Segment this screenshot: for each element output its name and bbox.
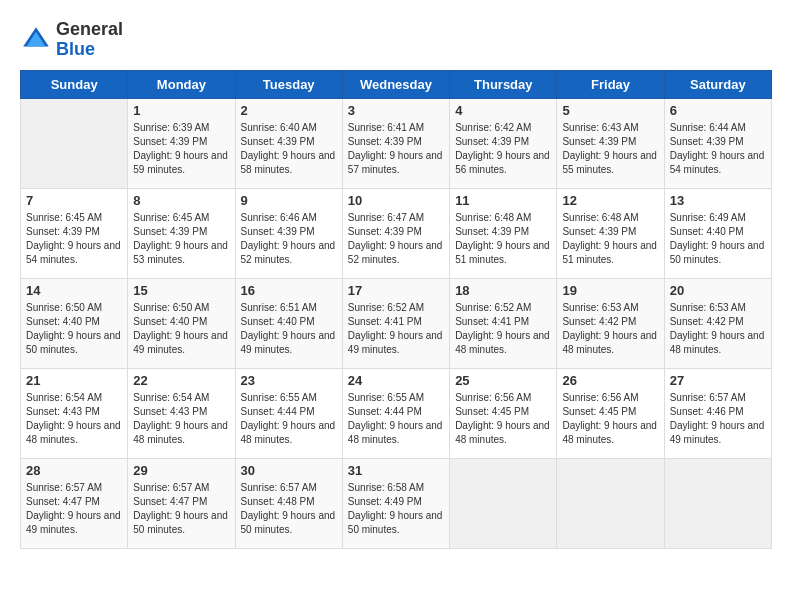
calendar-cell: 26Sunrise: 6:56 AMSunset: 4:45 PMDayligh… [557,368,664,458]
calendar-cell: 29Sunrise: 6:57 AMSunset: 4:47 PMDayligh… [128,458,235,548]
day-info: Sunrise: 6:48 AMSunset: 4:39 PMDaylight:… [455,211,551,267]
day-number: 23 [241,373,337,388]
calendar-table: SundayMondayTuesdayWednesdayThursdayFrid… [20,70,772,549]
calendar-week-row: 28Sunrise: 6:57 AMSunset: 4:47 PMDayligh… [21,458,772,548]
day-info: Sunrise: 6:41 AMSunset: 4:39 PMDaylight:… [348,121,444,177]
day-number: 22 [133,373,229,388]
day-number: 25 [455,373,551,388]
calendar-cell [21,98,128,188]
calendar-week-row: 1Sunrise: 6:39 AMSunset: 4:39 PMDaylight… [21,98,772,188]
day-info: Sunrise: 6:57 AMSunset: 4:47 PMDaylight:… [133,481,229,537]
weekday-header: Thursday [450,70,557,98]
day-number: 19 [562,283,658,298]
calendar-cell: 1Sunrise: 6:39 AMSunset: 4:39 PMDaylight… [128,98,235,188]
calendar-week-row: 21Sunrise: 6:54 AMSunset: 4:43 PMDayligh… [21,368,772,458]
day-info: Sunrise: 6:46 AMSunset: 4:39 PMDaylight:… [241,211,337,267]
calendar-cell: 16Sunrise: 6:51 AMSunset: 4:40 PMDayligh… [235,278,342,368]
calendar-cell: 25Sunrise: 6:56 AMSunset: 4:45 PMDayligh… [450,368,557,458]
day-info: Sunrise: 6:43 AMSunset: 4:39 PMDaylight:… [562,121,658,177]
calendar-cell: 8Sunrise: 6:45 AMSunset: 4:39 PMDaylight… [128,188,235,278]
day-number: 29 [133,463,229,478]
day-info: Sunrise: 6:42 AMSunset: 4:39 PMDaylight:… [455,121,551,177]
weekday-header: Saturday [664,70,771,98]
calendar-cell: 2Sunrise: 6:40 AMSunset: 4:39 PMDaylight… [235,98,342,188]
day-info: Sunrise: 6:53 AMSunset: 4:42 PMDaylight:… [670,301,766,357]
day-info: Sunrise: 6:56 AMSunset: 4:45 PMDaylight:… [455,391,551,447]
calendar-cell: 7Sunrise: 6:45 AMSunset: 4:39 PMDaylight… [21,188,128,278]
calendar-cell: 23Sunrise: 6:55 AMSunset: 4:44 PMDayligh… [235,368,342,458]
day-info: Sunrise: 6:57 AMSunset: 4:48 PMDaylight:… [241,481,337,537]
calendar-cell [664,458,771,548]
calendar-cell: 4Sunrise: 6:42 AMSunset: 4:39 PMDaylight… [450,98,557,188]
logo-general: General [56,20,123,40]
calendar-cell: 24Sunrise: 6:55 AMSunset: 4:44 PMDayligh… [342,368,449,458]
calendar-cell: 15Sunrise: 6:50 AMSunset: 4:40 PMDayligh… [128,278,235,368]
day-info: Sunrise: 6:54 AMSunset: 4:43 PMDaylight:… [26,391,122,447]
calendar-cell: 20Sunrise: 6:53 AMSunset: 4:42 PMDayligh… [664,278,771,368]
day-info: Sunrise: 6:47 AMSunset: 4:39 PMDaylight:… [348,211,444,267]
day-number: 31 [348,463,444,478]
day-number: 1 [133,103,229,118]
day-info: Sunrise: 6:45 AMSunset: 4:39 PMDaylight:… [133,211,229,267]
calendar-cell: 22Sunrise: 6:54 AMSunset: 4:43 PMDayligh… [128,368,235,458]
day-info: Sunrise: 6:44 AMSunset: 4:39 PMDaylight:… [670,121,766,177]
calendar-cell: 21Sunrise: 6:54 AMSunset: 4:43 PMDayligh… [21,368,128,458]
day-number: 14 [26,283,122,298]
day-info: Sunrise: 6:57 AMSunset: 4:46 PMDaylight:… [670,391,766,447]
day-number: 11 [455,193,551,208]
day-number: 16 [241,283,337,298]
day-info: Sunrise: 6:55 AMSunset: 4:44 PMDaylight:… [348,391,444,447]
day-number: 24 [348,373,444,388]
logo: General Blue [20,20,123,60]
weekday-header: Wednesday [342,70,449,98]
day-info: Sunrise: 6:48 AMSunset: 4:39 PMDaylight:… [562,211,658,267]
day-number: 12 [562,193,658,208]
day-number: 27 [670,373,766,388]
calendar-cell: 19Sunrise: 6:53 AMSunset: 4:42 PMDayligh… [557,278,664,368]
calendar-week-row: 7Sunrise: 6:45 AMSunset: 4:39 PMDaylight… [21,188,772,278]
weekday-header: Sunday [21,70,128,98]
calendar-body: 1Sunrise: 6:39 AMSunset: 4:39 PMDaylight… [21,98,772,548]
calendar-cell [450,458,557,548]
calendar-cell: 12Sunrise: 6:48 AMSunset: 4:39 PMDayligh… [557,188,664,278]
day-info: Sunrise: 6:45 AMSunset: 4:39 PMDaylight:… [26,211,122,267]
day-number: 18 [455,283,551,298]
day-info: Sunrise: 6:49 AMSunset: 4:40 PMDaylight:… [670,211,766,267]
calendar-cell: 18Sunrise: 6:52 AMSunset: 4:41 PMDayligh… [450,278,557,368]
day-number: 21 [26,373,122,388]
day-info: Sunrise: 6:39 AMSunset: 4:39 PMDaylight:… [133,121,229,177]
day-number: 15 [133,283,229,298]
day-number: 13 [670,193,766,208]
calendar-cell: 31Sunrise: 6:58 AMSunset: 4:49 PMDayligh… [342,458,449,548]
calendar-cell [557,458,664,548]
day-number: 28 [26,463,122,478]
calendar-cell: 17Sunrise: 6:52 AMSunset: 4:41 PMDayligh… [342,278,449,368]
day-info: Sunrise: 6:58 AMSunset: 4:49 PMDaylight:… [348,481,444,537]
day-info: Sunrise: 6:52 AMSunset: 4:41 PMDaylight:… [455,301,551,357]
logo-text: General Blue [56,20,123,60]
calendar-header: SundayMondayTuesdayWednesdayThursdayFrid… [21,70,772,98]
weekday-header: Tuesday [235,70,342,98]
day-number: 8 [133,193,229,208]
calendar-cell: 5Sunrise: 6:43 AMSunset: 4:39 PMDaylight… [557,98,664,188]
calendar-week-row: 14Sunrise: 6:50 AMSunset: 4:40 PMDayligh… [21,278,772,368]
day-number: 6 [670,103,766,118]
calendar-cell: 3Sunrise: 6:41 AMSunset: 4:39 PMDaylight… [342,98,449,188]
weekday-header: Friday [557,70,664,98]
calendar-cell: 9Sunrise: 6:46 AMSunset: 4:39 PMDaylight… [235,188,342,278]
logo-icon [20,24,52,56]
day-number: 4 [455,103,551,118]
day-info: Sunrise: 6:40 AMSunset: 4:39 PMDaylight:… [241,121,337,177]
day-info: Sunrise: 6:55 AMSunset: 4:44 PMDaylight:… [241,391,337,447]
day-info: Sunrise: 6:57 AMSunset: 4:47 PMDaylight:… [26,481,122,537]
day-number: 26 [562,373,658,388]
weekday-row: SundayMondayTuesdayWednesdayThursdayFrid… [21,70,772,98]
day-number: 10 [348,193,444,208]
day-info: Sunrise: 6:54 AMSunset: 4:43 PMDaylight:… [133,391,229,447]
day-number: 7 [26,193,122,208]
calendar-cell: 14Sunrise: 6:50 AMSunset: 4:40 PMDayligh… [21,278,128,368]
day-info: Sunrise: 6:50 AMSunset: 4:40 PMDaylight:… [133,301,229,357]
calendar-cell: 6Sunrise: 6:44 AMSunset: 4:39 PMDaylight… [664,98,771,188]
day-number: 17 [348,283,444,298]
weekday-header: Monday [128,70,235,98]
